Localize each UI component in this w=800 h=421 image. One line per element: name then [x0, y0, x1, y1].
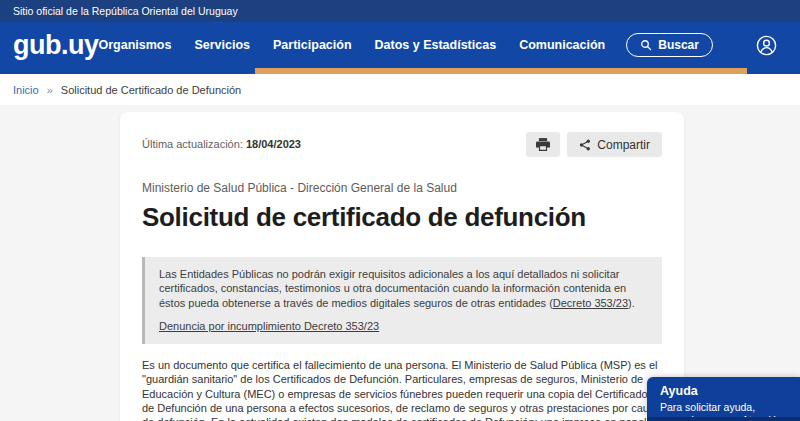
- decreto-link[interactable]: Decreto 353/23: [553, 297, 628, 309]
- article-body-paragraph: Es un documento que certifica el falleci…: [142, 358, 662, 421]
- nav-item-comunicacion[interactable]: Comunicación: [519, 38, 605, 52]
- page: Sitio oficial de la República Oriental d…: [0, 0, 800, 421]
- site-header: gub.uy Organismos Servicios Participació…: [0, 22, 800, 74]
- help-widget-title: Ayuda: [660, 384, 788, 398]
- breadcrumb-home-link[interactable]: Inicio: [13, 84, 39, 96]
- nav-item-datos-y-estadisticas[interactable]: Datos y Estadísticas: [375, 38, 497, 52]
- share-label: Compartir: [597, 138, 650, 152]
- nav-item-organismos[interactable]: Organismos: [99, 38, 172, 52]
- search-button[interactable]: Buscar: [626, 33, 713, 57]
- last-updated-date: 18/04/2023: [246, 138, 301, 150]
- printer-icon: [536, 138, 550, 151]
- gubuy-logo[interactable]: gub.uy: [13, 30, 99, 61]
- user-account-button[interactable]: [756, 35, 777, 56]
- legal-notice-box: Las Entidades Públicas no podrán exigir …: [142, 257, 662, 344]
- help-widget-footer-strip: [647, 417, 800, 421]
- breadcrumb-separator: »: [47, 84, 53, 96]
- article-meta-row: Última actualización: 18/04/2023: [142, 132, 662, 157]
- user-icon: [756, 35, 777, 56]
- main-nav: Organismos Servicios Participación Datos…: [99, 33, 777, 57]
- ministry-subtitle: Ministerio de Salud Pública - Dirección …: [142, 181, 662, 195]
- search-icon: [640, 39, 652, 51]
- last-updated: Última actualización: 18/04/2023: [142, 132, 301, 150]
- denuncia-link[interactable]: Denuncia por incumplimiento Decreto 353/…: [159, 319, 379, 333]
- notice-text-end: ).: [628, 297, 635, 309]
- help-widget[interactable]: Ayuda Para solicitar ayuda, comunicarse …: [647, 377, 800, 417]
- breadcrumb-current: Solicitud de Certificado de Defunción: [61, 84, 241, 96]
- last-updated-label: Última actualización:: [142, 138, 246, 150]
- official-site-text: Sitio oficial de la República Oriental d…: [13, 5, 238, 17]
- print-button[interactable]: [526, 132, 560, 157]
- article-card: Última actualización: 18/04/2023: [120, 112, 684, 421]
- breadcrumb: Inicio » Solicitud de Certificado de Def…: [0, 74, 800, 105]
- share-button[interactable]: Compartir: [567, 132, 662, 157]
- nav-item-servicios[interactable]: Servicios: [194, 38, 250, 52]
- official-site-banner: Sitio oficial de la República Oriental d…: [0, 0, 800, 22]
- search-label: Buscar: [658, 38, 699, 52]
- share-icon: [579, 139, 591, 151]
- page-title: Solicitud de certificado de defunción: [142, 202, 662, 233]
- nav-item-participacion[interactable]: Participación: [273, 38, 352, 52]
